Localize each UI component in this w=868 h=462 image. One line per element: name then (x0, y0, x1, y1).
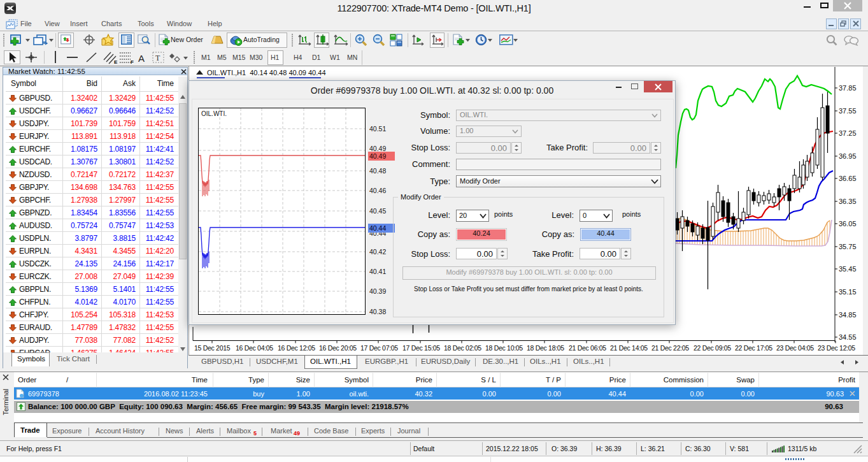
svg-text:E: E (114, 59, 118, 64)
svg-text:F: F (131, 59, 134, 64)
svg-text:T: T (155, 54, 160, 62)
